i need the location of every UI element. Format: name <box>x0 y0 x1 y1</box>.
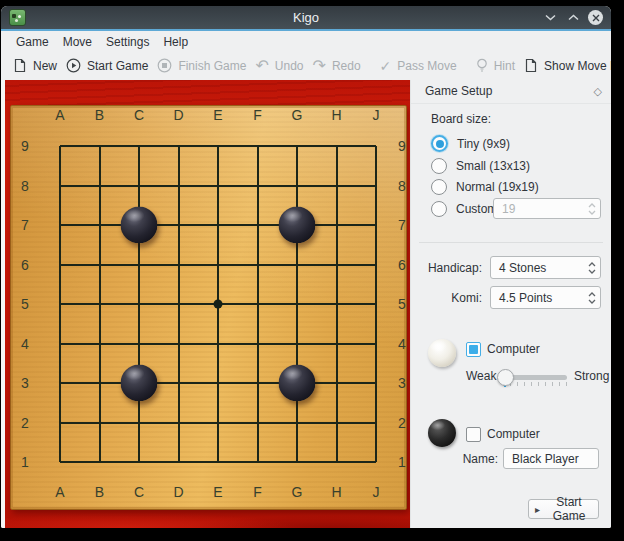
close-icon[interactable] <box>588 10 603 25</box>
dock-float-icon[interactable]: ◇ <box>594 85 602 98</box>
strength-slider-handle[interactable] <box>497 369 514 386</box>
board-row-label: 3 <box>398 375 406 391</box>
radio-tiny[interactable] <box>431 135 448 152</box>
board-col-label: B <box>95 107 104 123</box>
board-grid-line <box>336 146 338 462</box>
menu-move[interactable]: Move <box>63 33 106 51</box>
handicap-spinbox[interactable]: 4 Stones <box>490 256 601 279</box>
board-grid-line <box>375 146 377 462</box>
toolbar: New Start Game Finish Game ↶ Undo ↷ Redo… <box>1 52 611 80</box>
board-col-label: C <box>134 107 144 123</box>
board-col-label: G <box>292 107 303 123</box>
move-numbers-icon <box>524 58 538 75</box>
black-stone <box>279 207 316 244</box>
separator <box>419 242 603 243</box>
radio-normal[interactable] <box>431 179 447 195</box>
strength-max-label: Strong <box>574 369 609 384</box>
black-stone-icon <box>428 419 456 447</box>
panel-title: Game Setup <box>425 84 492 98</box>
board-col-label: E <box>213 484 222 500</box>
radio-row-custom[interactable]: Custom: <box>431 200 501 217</box>
spinbox-arrows-icon[interactable] <box>584 261 600 275</box>
board-grid-line <box>296 146 298 462</box>
stop-circle-icon <box>157 58 172 75</box>
game-setup-panel: Game Setup ◇ Board size: Tiny (9x9) Smal… <box>410 80 611 528</box>
table-texture <box>5 510 410 528</box>
table-texture <box>5 80 410 106</box>
menu-help[interactable]: Help <box>163 33 202 51</box>
board-col-label: F <box>253 484 262 500</box>
window-title: Kigo <box>1 10 611 25</box>
start-game-panel-button[interactable]: ▸ Start Game <box>528 499 599 519</box>
minimize-icon[interactable] <box>542 10 558 26</box>
board-col-label: E <box>213 107 222 123</box>
black-stone <box>121 207 158 244</box>
handicap-label: Handicap: <box>411 261 482 275</box>
spinbox-arrows-icon[interactable] <box>584 291 600 305</box>
show-move-numbers-button[interactable]: Show Move Numbers <box>524 58 611 75</box>
komi-spinbox[interactable]: 4.5 Points <box>490 286 601 309</box>
menu-settings[interactable]: Settings <box>106 33 163 51</box>
board-col-label: G <box>292 484 303 500</box>
board-row-label: 6 <box>21 257 29 273</box>
board-col-label: H <box>331 107 341 123</box>
board-col-label: F <box>253 107 262 123</box>
white-computer-checkbox[interactable] <box>466 342 481 357</box>
board-row-label: 9 <box>21 138 29 154</box>
undo-icon: ↶ <box>255 59 268 73</box>
checkmark-icon: ✓ <box>380 59 392 73</box>
black-computer-checkbox[interactable] <box>466 427 481 442</box>
board-size-label: Board size: <box>431 112 491 126</box>
board-grid-line <box>257 146 259 462</box>
radio-small[interactable] <box>431 158 447 174</box>
black-name-input[interactable] <box>503 448 599 469</box>
board-row-label: 4 <box>21 336 29 352</box>
radio-row-tiny[interactable]: Tiny (9x9) <box>431 135 510 152</box>
radio-row-small[interactable]: Small (13x13) <box>431 157 530 174</box>
board-wood <box>10 105 407 510</box>
kigo-window: Kigo Game Move Settings Help New <box>1 6 611 528</box>
go-board[interactable]: AABBCCDDEEFFGGHHJJ998877665544332211 <box>1 80 410 528</box>
radio-row-normal[interactable]: Normal (19x19) <box>431 178 539 195</box>
spinbox-arrows-icon <box>584 202 600 216</box>
black-computer-label: Computer <box>487 427 540 442</box>
board-grid-line <box>60 382 376 384</box>
strength-min-label: Weak <box>466 369 496 384</box>
board-col-label: D <box>173 107 183 123</box>
titlebar[interactable]: Kigo <box>1 6 611 29</box>
slider-ticks <box>503 382 567 386</box>
board-row-label: 5 <box>398 296 406 312</box>
board-col-label: D <box>173 484 183 500</box>
board-row-label: 6 <box>398 257 406 273</box>
board-col-label: J <box>373 484 380 500</box>
board-grid-line <box>60 461 376 463</box>
menubar: Game Move Settings Help <box>1 31 611 52</box>
start-game-button[interactable]: Start Game <box>66 58 157 75</box>
board-grid-line <box>60 422 376 424</box>
board-row-label: 3 <box>21 375 29 391</box>
board-col-label: J <box>373 107 380 123</box>
redo-button: ↷ Redo <box>313 59 370 73</box>
new-document-icon <box>13 58 27 75</box>
play-circle-icon <box>66 58 81 75</box>
name-label: Name: <box>451 452 498 466</box>
hint-button: Hint <box>476 58 524 75</box>
new-button[interactable]: New <box>13 58 66 75</box>
pass-move-button: ✓ Pass Move <box>380 59 466 73</box>
board-row-label: 1 <box>398 454 406 470</box>
board-col-label: B <box>95 484 104 500</box>
board-row-label: 4 <box>398 336 406 352</box>
custom-size-spinbox: 19 <box>493 198 601 219</box>
komi-label: Komi: <box>411 291 482 305</box>
board-col-label: A <box>55 107 64 123</box>
menu-game[interactable]: Game <box>16 33 63 51</box>
board-row-label: 1 <box>21 454 29 470</box>
maximize-icon[interactable] <box>565 10 581 26</box>
hoshi-point <box>214 300 223 309</box>
board-col-label: C <box>134 484 144 500</box>
lightbulb-icon <box>476 58 488 75</box>
board-row-label: 5 <box>21 296 29 312</box>
board-col-label: A <box>55 484 64 500</box>
play-arrow-icon: ▸ <box>535 504 540 515</box>
radio-custom[interactable] <box>431 201 447 217</box>
